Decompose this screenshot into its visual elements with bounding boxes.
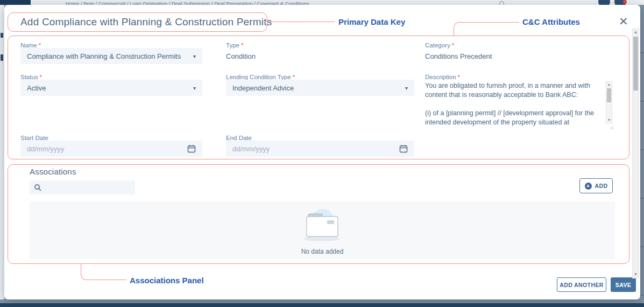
description-label: Description* [425,74,460,80]
type-label: Type* [226,42,243,48]
annotation-connector [454,22,519,36]
scroll-down-icon[interactable]: ▼ [606,117,612,123]
search-icon [34,184,41,191]
scroll-up-icon[interactable]: ▲ [606,82,612,87]
empty-folder-icon [298,207,347,243]
annotation-cc-attributes: C&C Attributes [522,17,580,26]
scroll-down-icon[interactable]: ▼ [633,271,639,278]
required-asterisk: * [452,42,454,48]
plus-icon: + [585,183,592,190]
add-button-label: ADD [595,183,608,189]
app-logo [0,0,31,5]
background-overlay [0,299,644,303]
background-bottom-bar [0,303,644,307]
name-dropdown[interactable]: Compliance with Planning & Construction … [20,48,202,64]
annotation-title-box [8,12,267,32]
add-another-button[interactable]: ADD ANOTHER [557,277,606,292]
user-avatar [598,0,610,5]
type-value: Condition [226,52,256,60]
category-label: Category* [425,42,454,48]
annotation-connector [81,263,126,280]
end-date-input[interactable] [226,141,414,157]
required-asterisk: * [241,42,243,48]
category-value: Conditions Precedent [425,52,492,60]
calendar-icon[interactable] [187,144,196,153]
annotation-associations-panel: Associations Panel [130,276,204,285]
background-table [640,5,644,303]
lending-condition-type-dropdown[interactable]: Independent Advice ▾ [226,80,414,96]
background-sidebar [0,5,4,299]
background-page-header: Home / Bpm / Commercial / Loan Originati… [0,0,644,5]
add-association-button[interactable]: + ADD [579,178,613,193]
description-textarea[interactable]: You are obligated to furnish proof, in a… [425,81,614,128]
close-icon[interactable]: ✕ [619,16,628,27]
notification-badge [623,0,627,4]
calendar-icon[interactable] [399,144,408,153]
empty-state-text: No data added [30,248,615,255]
save-button[interactable]: SAVE [611,277,636,292]
search-icon [499,1,504,5]
start-date-input[interactable] [20,141,202,157]
scrollbar-thumb[interactable] [607,88,611,102]
add-condition-modal: Add Compliance with Planning & Construct… [4,5,640,299]
associations-empty-panel: No data added [30,201,615,259]
sidebar-icon [1,33,3,38]
required-asterisk: * [458,74,460,80]
associations-title: Associations [30,167,76,176]
chevron-down-icon: ▾ [193,85,196,91]
annotation-primary-data-key: Primary Data Key [338,17,405,26]
sidebar-icon [1,54,3,61]
scroll-up-icon[interactable]: ▲ [633,29,639,36]
screen: Home / Bpm / Commercial / Loan Originati… [0,0,644,307]
chevron-down-icon: ▾ [405,85,408,91]
description-text: You are obligated to furnish proof, in a… [425,81,604,128]
breadcrumb: Home / Bpm / Commercial / Loan Originati… [66,1,309,5]
modal-scrollbar[interactable]: ▲ ▼ [632,29,639,278]
status-dropdown[interactable]: Active ▾ [20,80,202,96]
associations-search-input[interactable] [41,184,128,191]
annotation-connector [267,22,335,22]
associations-search[interactable] [30,180,135,194]
chevron-down-icon: ▾ [193,53,196,59]
description-scrollbar[interactable]: ▲ ▼ [606,81,612,123]
scrollbar-thumb[interactable] [633,37,638,90]
